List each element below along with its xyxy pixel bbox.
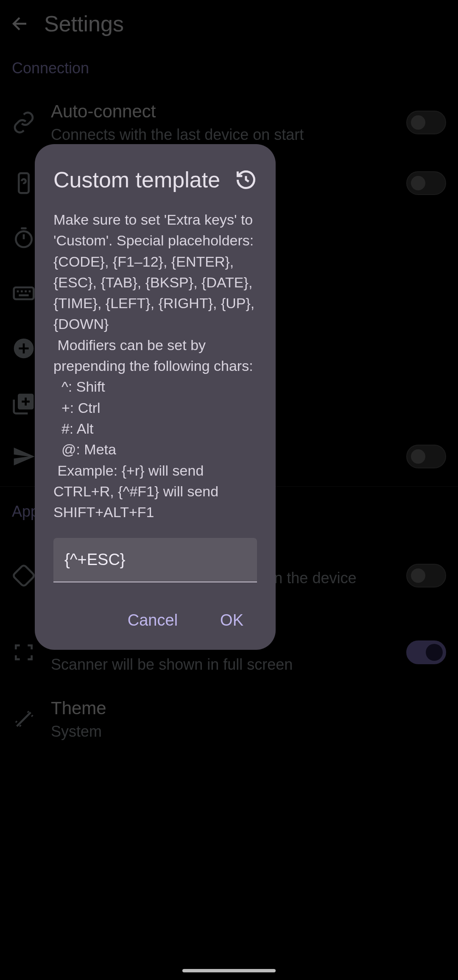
ok-button[interactable]: OK [212,606,252,635]
cancel-button[interactable]: Cancel [119,606,186,635]
nav-indicator[interactable] [182,969,276,972]
history-icon[interactable] [235,169,257,191]
dialog-title: Custom template [53,167,220,192]
custom-template-dialog: Custom template Make sure to set 'Extra … [35,144,276,650]
template-input-container[interactable] [53,538,257,582]
template-input[interactable] [64,551,246,569]
dialog-description: Make sure to set 'Extra keys' to 'Custom… [53,209,257,523]
